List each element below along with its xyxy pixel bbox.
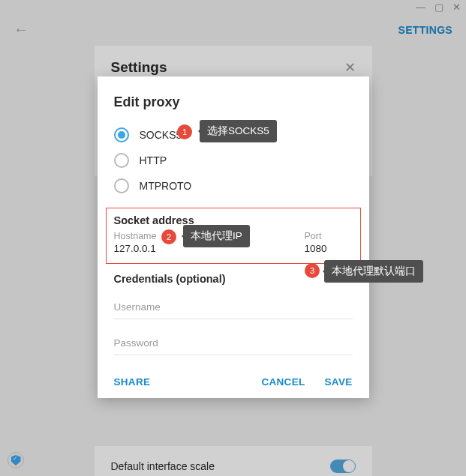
field-value: 1080 xyxy=(305,241,353,256)
radio-icon xyxy=(114,178,129,193)
annotation-tip-1: 选择SOCKS5 xyxy=(200,120,277,142)
radio-http[interactable]: HTTP xyxy=(114,148,353,173)
share-button[interactable]: SHARE xyxy=(114,376,151,388)
annotation-badge-2: 2 xyxy=(161,229,176,244)
placeholder: Username xyxy=(114,301,353,313)
save-button[interactable]: SAVE xyxy=(325,376,353,388)
modal-actions: SHARE CANCEL SAVE xyxy=(98,369,369,388)
radio-label: SOCKS5 xyxy=(140,129,182,141)
port-field[interactable]: Port 1080 xyxy=(305,231,353,256)
annotation-badge-1: 1 xyxy=(177,124,192,139)
password-input[interactable]: Password xyxy=(114,333,353,355)
placeholder: Password xyxy=(114,337,353,349)
annotation-badge-3: 3 xyxy=(305,263,320,278)
radio-icon xyxy=(114,153,129,168)
cancel-button[interactable]: CANCEL xyxy=(261,376,305,388)
radio-label: HTTP xyxy=(140,154,167,166)
modal-title: Edit proxy xyxy=(98,94,369,110)
radio-mtproto[interactable]: MTPROTO xyxy=(114,173,353,199)
annotation-tip-2: 本地代理IP xyxy=(183,225,250,247)
annotation-tip-3: 本地代理默认端口 xyxy=(324,260,423,283)
username-input[interactable]: Username xyxy=(114,297,353,319)
radio-label: MTPROTO xyxy=(140,180,192,192)
field-label: Port xyxy=(305,231,353,241)
radio-icon xyxy=(114,127,129,142)
